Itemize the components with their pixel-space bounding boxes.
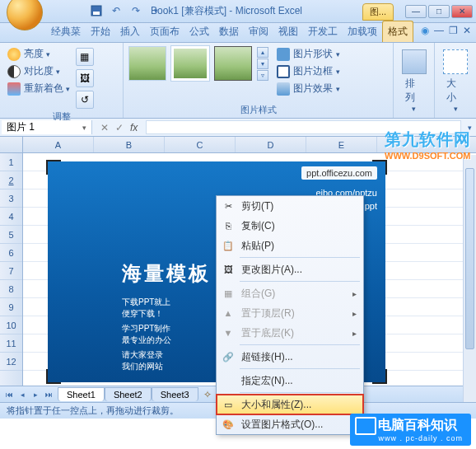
sheet-nav-prev-icon[interactable]: ◂ — [16, 391, 28, 399]
menu-bring-front: ▲置于顶层(R) — [217, 303, 363, 323]
picture-effects-button[interactable]: 图片效果 — [275, 81, 342, 96]
fx-icon[interactable]: fx — [130, 122, 138, 133]
contrast-button[interactable]: 对比度 — [5, 63, 72, 79]
scrollbar-thumb[interactable] — [465, 168, 474, 349]
row-header[interactable]: 4 — [0, 208, 22, 226]
contrast-icon — [7, 65, 21, 78]
picture-headline: 海量模板 — [122, 260, 211, 287]
tab-format[interactable]: 格式 — [382, 21, 413, 42]
row-header[interactable]: 3 — [0, 189, 22, 208]
col-header[interactable]: C — [165, 137, 236, 152]
sheet-tab-3[interactable]: Sheet3 — [152, 387, 198, 401]
vertical-scrollbar[interactable] — [463, 155, 476, 402]
change-picture-icon: 🖼 — [222, 263, 235, 276]
tab-layout[interactable]: 页面布 — [145, 21, 184, 42]
col-header[interactable]: A — [23, 137, 94, 152]
tab-view[interactable]: 视图 — [273, 21, 303, 42]
menu-change-picture[interactable]: 🖼更改图片(A)... — [217, 260, 363, 279]
maximize-button[interactable]: □ — [428, 5, 450, 18]
sheet-nav-next-icon[interactable]: ▸ — [30, 391, 41, 399]
name-box-dropdown-icon[interactable]: ▾ — [82, 124, 86, 132]
row-header[interactable]: 11 — [0, 334, 22, 353]
qat-undo-icon[interactable]: ↶ — [109, 3, 124, 18]
compress-pic-button[interactable]: ▦ — [76, 48, 94, 66]
picture-border-button[interactable]: 图片边框 — [275, 63, 342, 79]
crop-handle-bl[interactable] — [46, 369, 61, 384]
arrange-icon — [402, 49, 427, 74]
size-button[interactable]: 大小▾ — [440, 46, 471, 116]
menu-paste[interactable]: 📋粘贴(P) — [217, 236, 363, 255]
sheet-nav-last-icon[interactable]: ⏭ — [43, 391, 54, 399]
paste-icon: 📋 — [222, 239, 235, 252]
menu-size-properties[interactable]: ▭大小和属性(Z)... — [217, 395, 363, 414]
menu-assign-macro[interactable]: 指定宏(N)... — [217, 371, 363, 391]
row-header[interactable]: 7 — [0, 262, 22, 280]
cancel-formula-icon[interactable]: ✕ — [100, 122, 109, 133]
tab-review[interactable]: 审阅 — [244, 21, 273, 42]
row-header[interactable]: 10 — [0, 316, 22, 334]
row-header[interactable]: 5 — [0, 226, 22, 244]
tab-home[interactable]: 开始 — [86, 21, 115, 42]
qat-redo-icon[interactable]: ↷ — [128, 3, 143, 18]
help-icon[interactable]: ◉ — [421, 25, 429, 36]
tab-developer[interactable]: 开发工 — [303, 21, 343, 42]
style-thumb[interactable] — [214, 46, 252, 81]
reset-pic-button[interactable]: ↺ — [76, 91, 94, 109]
crop-handle-tl[interactable] — [46, 160, 61, 175]
gallery-more-icon[interactable]: ▿ — [257, 70, 268, 81]
tab-data[interactable]: 数据 — [214, 21, 244, 42]
tab-addins[interactable]: 加载项 — [343, 21, 382, 42]
select-all-corner[interactable] — [0, 137, 22, 153]
tab-classic[interactable]: 经典菜 — [46, 21, 86, 42]
menu-group: ▦组合(G) — [217, 283, 363, 303]
mdi-min-icon[interactable]: — — [434, 25, 444, 36]
expand-formula-bar-icon[interactable]: ▾ — [463, 119, 476, 136]
picture-style-gallery[interactable]: ▴ ▾ ▿ — [128, 46, 268, 81]
mdi-restore-icon[interactable]: ❐ — [449, 25, 458, 36]
menu-copy[interactable]: ⎘复制(C) — [217, 216, 363, 236]
crop-handle-br[interactable] — [372, 369, 387, 384]
ribbon-tabs: 经典菜 开始 插入 页面布 公式 数据 审阅 视图 开发工 加载项 格式 — [0, 23, 476, 43]
col-header[interactable]: B — [94, 137, 165, 152]
menu-cut[interactable]: ✂剪切(T) — [217, 196, 363, 216]
tab-insert[interactable]: 插入 — [115, 21, 145, 42]
row-header[interactable]: 2 — [0, 171, 22, 189]
sheet-tab-2[interactable]: Sheet2 — [105, 387, 152, 401]
gallery-up-icon[interactable]: ▴ — [257, 47, 268, 58]
col-header[interactable]: E — [306, 137, 377, 152]
row-header[interactable]: 12 — [0, 353, 22, 371]
sheet-tab-1[interactable]: Sheet1 — [58, 387, 105, 401]
context-menu: ✂剪切(T) ⎘复制(C) 📋粘贴(P) 🖼更改图片(A)... ▦组合(G) … — [216, 195, 364, 435]
qat-save-icon[interactable] — [89, 3, 104, 18]
qat-dropdown-icon[interactable]: ▾ — [148, 3, 163, 18]
recolor-button[interactable]: 重新着色 — [5, 81, 72, 96]
change-pic-icon: 🖼 — [80, 72, 90, 84]
minimize-button[interactable]: — — [405, 5, 427, 18]
style-thumb[interactable] — [171, 46, 209, 81]
name-box[interactable]: 图片 1 ▾ — [2, 120, 92, 134]
change-pic-button[interactable]: 🖼 — [76, 69, 94, 87]
col-header[interactable]: D — [236, 137, 306, 152]
new-sheet-icon[interactable]: ✧ — [198, 389, 217, 400]
gallery-down-icon[interactable]: ▾ — [257, 58, 268, 69]
formula-input[interactable] — [146, 120, 461, 134]
row-header[interactable]: 1 — [0, 153, 22, 171]
recolor-icon — [7, 82, 21, 96]
copy-icon: ⎘ — [222, 219, 235, 232]
row-header[interactable]: 6 — [0, 244, 22, 262]
picture-shape-button[interactable]: 图片形状 — [275, 46, 342, 62]
brightness-button[interactable]: 亮度 — [5, 46, 72, 62]
arrange-button[interactable]: 排列▾ — [399, 46, 429, 116]
effects-icon — [277, 82, 290, 96]
row-header[interactable]: 8 — [0, 280, 22, 298]
sheet-nav-first-icon[interactable]: ⏮ — [3, 391, 15, 399]
name-box-value: 图片 1 — [7, 120, 35, 134]
tab-formulas[interactable]: 公式 — [184, 21, 214, 42]
row-header[interactable]: 9 — [0, 298, 22, 316]
menu-hyperlink[interactable]: 🔗超链接(H)... — [217, 347, 363, 367]
menu-format-picture[interactable]: 🎨设置图片格式(O)... — [217, 414, 363, 434]
close-button[interactable]: ✕ — [451, 5, 473, 18]
style-thumb[interactable] — [128, 46, 166, 81]
mdi-close-icon[interactable]: ✕ — [463, 25, 471, 36]
accept-formula-icon[interactable]: ✓ — [115, 122, 124, 133]
